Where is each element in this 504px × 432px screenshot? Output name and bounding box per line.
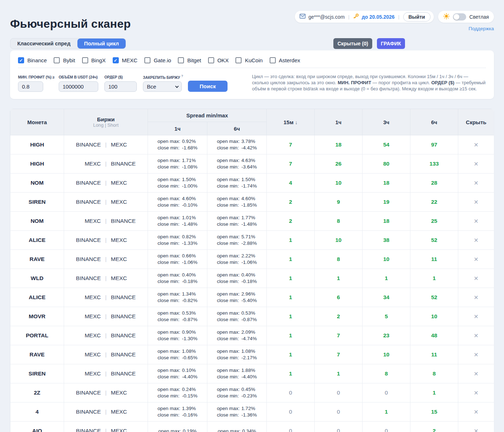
checkbox-box[interactable] (18, 57, 24, 63)
count-cell: 7 (267, 135, 315, 154)
spread-open-line: open max:0.40% (217, 272, 257, 278)
hide-row-button[interactable]: ✕ (474, 313, 478, 320)
spread-open-label: open max: (217, 215, 242, 221)
spread-open-label: open max: (217, 234, 242, 240)
hide-row-button[interactable]: ✕ (474, 370, 478, 377)
hide-row-button[interactable]: ✕ (474, 275, 478, 282)
exchanges-cell: BINANCE|MEXC (64, 383, 148, 402)
spread-open-label: open max: (217, 157, 242, 164)
checkbox-box[interactable] (178, 57, 184, 63)
exchange-checkbox-bingx[interactable]: BingX (82, 57, 106, 63)
exchange-checkbox-binance[interactable]: Binance (18, 57, 47, 63)
cycle-count: 97 (413, 141, 455, 148)
cycle-count: 2 (270, 218, 311, 224)
coin-name: SIREN (13, 199, 61, 205)
spread-values: open max:2.22%close min:-1.06% (217, 253, 257, 266)
checkbox-box[interactable] (235, 57, 242, 63)
exchange-checkbox-mexc[interactable]: MEXC (113, 57, 138, 63)
spread-values: open max:1.72%close min:-1.36% (217, 405, 257, 418)
exchange-checkbox-bybit[interactable]: Bybit (54, 57, 75, 63)
hide-row-button[interactable]: ✕ (474, 351, 478, 358)
tab-full-cycle[interactable]: Полный цикл (77, 39, 126, 49)
exchange-checkbox-asterdex[interactable]: Asterdex (270, 57, 300, 63)
table-row-nom: NOMMEXC|BINANCEopen max:1.01%close min:-… (10, 212, 494, 231)
spread-values: open max:0.34% (218, 428, 256, 432)
spread-close-line: close min:-0.18% (158, 278, 198, 285)
long-exchange: BINANCE (67, 409, 101, 415)
count-cell: 1 (363, 402, 410, 422)
spread-cell: open max:1.08%close min:-0.65% (148, 345, 207, 364)
short-exchange: MEXC (111, 428, 145, 432)
spread-close-label: close min: (158, 316, 182, 323)
coin-cell: WLD (10, 269, 64, 288)
cycle-count: 2 (413, 428, 455, 432)
exchange-pair: MEXC|BINANCE (67, 351, 145, 358)
exchange-checkbox-gate.io[interactable]: Gate.io (144, 57, 171, 63)
long-exchange: BINANCE (67, 390, 101, 396)
hint-icon: ? (181, 74, 183, 78)
cycle-count: 4 (270, 180, 311, 186)
checkbox-box[interactable] (82, 57, 88, 63)
spread-open-line: open max:0.10% (158, 367, 198, 374)
min-profit-input[interactable] (18, 81, 43, 92)
order-input[interactable] (104, 81, 137, 92)
spread-open-line: open max:0.90% (158, 329, 198, 336)
count-cell: 18 (363, 212, 410, 231)
checkbox-box[interactable] (54, 57, 60, 63)
spread-cell: open max:0.19% (148, 422, 207, 432)
hide-row-button[interactable]: ✕ (474, 161, 478, 167)
exchange-checkbox-bitget[interactable]: Bitget (178, 57, 201, 63)
volume-input[interactable] (59, 81, 98, 92)
spread-close-label: close min: (217, 355, 242, 361)
hide-row-button[interactable]: ✕ (474, 428, 478, 432)
spread-cell: open max:4.60%close min:-1.85% (207, 193, 267, 212)
hide-row-button[interactable]: ✕ (474, 141, 478, 148)
exchange-checkbox-okx[interactable]: OKX (208, 57, 229, 63)
hide-row-button[interactable]: ✕ (474, 199, 478, 206)
spread-open-line: open max:0.45% (217, 386, 257, 393)
logout-button[interactable]: Выйти (403, 12, 431, 22)
cycle-count: 5 (365, 313, 407, 320)
hide-cell: ✕ (458, 383, 494, 402)
col-header-15m[interactable]: 15м ↓ (267, 109, 315, 135)
hide-row-button[interactable]: ✕ (474, 180, 478, 186)
hide-row-button[interactable]: ✕ (474, 294, 478, 301)
hide-row-button[interactable]: ✕ (474, 256, 478, 263)
exchange-checkbox-kucoin[interactable]: KuCoin (235, 57, 262, 63)
spread-open-label: open max: (158, 157, 182, 164)
exchanges-cell: BINANCE|MEXC (64, 269, 148, 288)
cycle-count: 1 (270, 370, 311, 377)
pin-exchange-select[interactable]: Все (143, 81, 182, 92)
hide-row-button[interactable]: ✕ (474, 409, 478, 415)
spread-close-label: close min: (158, 221, 182, 228)
spread-open-label: open max: (158, 428, 183, 432)
spread-values: open max:2.96%close min:-5.40% (217, 291, 257, 304)
spread-values: open max:4.60%close min:-0.10% (158, 195, 198, 208)
hide-row-button[interactable]: ✕ (474, 332, 478, 339)
exchange-separator: | (101, 313, 111, 320)
hidden-button[interactable]: Скрытые (0) (333, 38, 372, 49)
spread-close-line: close min:-3.64% (217, 164, 257, 170)
chart-button[interactable]: ГРАФИК (377, 38, 405, 49)
long-exchange: MEXC (67, 351, 101, 358)
hide-row-button[interactable]: ✕ (474, 218, 478, 225)
cycle-count: 1 (270, 275, 311, 282)
checkbox-box[interactable] (208, 57, 214, 63)
hide-row-button[interactable]: ✕ (474, 390, 478, 396)
spread-cell: open max:1.88%close min:-4.40% (207, 364, 267, 383)
cycle-count: 52 (413, 237, 455, 243)
tab-classic-spread[interactable]: Классический спред (10, 39, 77, 49)
checkbox-box[interactable] (113, 57, 119, 63)
search-button[interactable]: Поиск (188, 81, 228, 92)
count-cell: 11 (410, 345, 458, 364)
exchanges-cell: MEXC|BINANCE (64, 307, 148, 326)
support-link[interactable]: Поддержка (469, 26, 494, 31)
col-header-1h[interactable]: 1ч (315, 109, 363, 135)
hide-row-button[interactable]: ✕ (474, 237, 478, 244)
pin-exchange-value[interactable]: Все (143, 81, 182, 92)
checkbox-box[interactable] (144, 57, 150, 63)
checkbox-box[interactable] (270, 57, 276, 63)
col-header-6h[interactable]: 6ч (410, 109, 458, 135)
col-header-3h[interactable]: 3ч (363, 109, 410, 135)
theme-toggle[interactable] (453, 13, 466, 21)
